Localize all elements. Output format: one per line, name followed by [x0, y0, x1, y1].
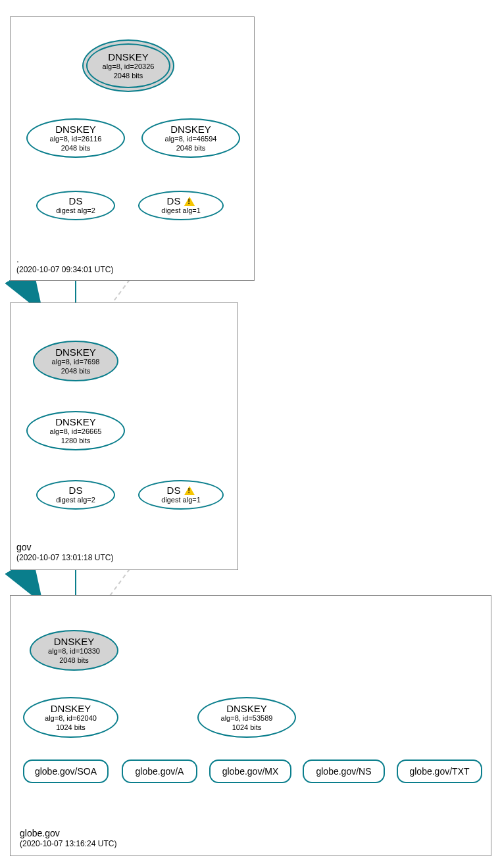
rr-mx: globe.gov/MX [209, 760, 291, 783]
root-ksk-title: DNSKEY [108, 51, 149, 62]
gov-zsk-l1: alg=8, id=26665 [50, 427, 102, 436]
zone-gov-ts: (2020-10-07 13:01:18 UTC) [16, 553, 113, 564]
root-ksk-l1: alg=8, id=20326 [103, 62, 155, 71]
rr-a-label: globe.gov/A [136, 766, 184, 777]
rr-soa: globe.gov/SOA [23, 760, 109, 783]
globe-ksk-title: DNSKEY [54, 636, 95, 647]
root-zsk2-l2: 2048 bits [176, 144, 206, 153]
gov-ksk-title: DNSKEY [55, 347, 96, 358]
root-ds2-title: DS [167, 195, 181, 206]
root-ksk: DNSKEY alg=8, id=20326 2048 bits [82, 39, 174, 92]
rr-ns: globe.gov/NS [303, 760, 385, 783]
globe-zsk2: DNSKEY alg=8, id=53589 1024 bits [197, 697, 296, 738]
root-zsk1-title: DNSKEY [55, 124, 96, 135]
gov-ds2-l1: digest alg=1 [161, 496, 201, 504]
globe-zsk1-title: DNSKEY [51, 703, 91, 714]
zone-gov-name: gov [16, 541, 113, 553]
gov-ds1-l1: digest alg=2 [56, 496, 95, 504]
root-ds2-l1: digest alg=1 [161, 206, 201, 215]
root-ds2: DS digest alg=1 [138, 191, 224, 220]
globe-zsk1-l2: 1024 bits [56, 723, 86, 732]
gov-ksk: DNSKEY alg=8, id=7698 2048 bits [33, 341, 118, 381]
root-ds1-title: DS [69, 195, 83, 206]
warning-icon [184, 197, 195, 206]
warning-icon [184, 486, 195, 495]
gov-zsk-l2: 1280 bits [61, 437, 91, 445]
root-zsk1-l1: alg=8, id=26116 [50, 135, 102, 143]
root-zsk1-l2: 2048 bits [61, 144, 91, 153]
globe-zsk2-title: DNSKEY [226, 703, 267, 714]
gov-zsk-title: DNSKEY [55, 416, 96, 427]
gov-zsk: DNSKEY alg=8, id=26665 1280 bits [26, 411, 125, 450]
zone-root-ts: (2020-10-07 09:34:01 UTC) [16, 265, 113, 276]
rr-txt: globe.gov/TXT [397, 760, 482, 783]
globe-zsk2-l1: alg=8, id=53589 [221, 714, 273, 723]
gov-ds1-title: DS [69, 485, 83, 496]
zone-gov-label: gov (2020-10-07 13:01:18 UTC) [16, 541, 113, 564]
globe-ksk: DNSKEY alg=8, id=10330 2048 bits [30, 630, 118, 671]
gov-ds2: DS digest alg=1 [138, 480, 224, 510]
gov-ds1: DS digest alg=2 [36, 480, 115, 510]
root-ds1-l1: digest alg=2 [56, 206, 95, 215]
globe-zsk2-l2: 1024 bits [232, 723, 262, 732]
root-zsk2-l1: alg=8, id=46594 [165, 135, 217, 143]
gov-ds2-title: DS [167, 485, 181, 496]
root-zsk2: DNSKEY alg=8, id=46594 2048 bits [141, 118, 240, 158]
zone-globe-ts: (2020-10-07 13:16:24 UTC) [20, 839, 116, 850]
gov-ksk-l2: 2048 bits [61, 367, 91, 375]
zone-globe-label: globe.gov (2020-10-07 13:16:24 UTC) [20, 827, 116, 850]
root-ksk-l2: 2048 bits [114, 72, 143, 80]
zone-root-label: . (2020-10-07 09:34:01 UTC) [16, 253, 113, 276]
globe-ksk-l2: 2048 bits [59, 656, 89, 665]
zone-globe-name: globe.gov [20, 827, 116, 839]
globe-zsk1: DNSKEY alg=8, id=62040 1024 bits [23, 697, 118, 738]
rr-soa-label: globe.gov/SOA [35, 766, 97, 777]
globe-zsk1-l1: alg=8, id=62040 [45, 714, 97, 723]
rr-ns-label: globe.gov/NS [316, 766, 371, 777]
rr-mx-label: globe.gov/MX [222, 766, 279, 777]
zone-root-name: . [16, 253, 113, 265]
root-zsk2-title: DNSKEY [170, 124, 211, 135]
gov-ksk-l1: alg=8, id=7698 [52, 358, 100, 366]
root-ds1: DS digest alg=2 [36, 191, 115, 220]
diagram-canvas: . (2020-10-07 09:34:01 UTC) DNSKEY alg=8… [0, 0, 500, 868]
root-zsk1: DNSKEY alg=8, id=26116 2048 bits [26, 118, 125, 158]
globe-ksk-l1: alg=8, id=10330 [48, 647, 100, 656]
rr-a: globe.gov/A [122, 760, 197, 783]
rr-txt-label: globe.gov/TXT [409, 766, 469, 777]
